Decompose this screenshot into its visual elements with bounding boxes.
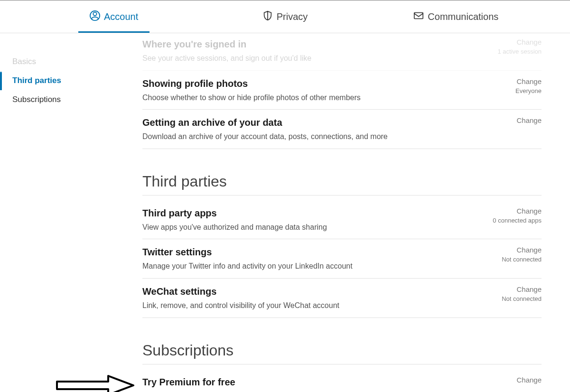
tab-privacy[interactable]: Privacy [199, 0, 370, 33]
setting-try-premium[interactable]: Try Premium for free Unlock the power of… [142, 369, 542, 392]
account-icon [90, 10, 100, 23]
setting-desc: View apps you've authorized and manage d… [142, 222, 475, 233]
change-link[interactable]: Change [485, 246, 542, 254]
setting-meta: Change Everyone [485, 77, 542, 94]
shield-icon [262, 10, 273, 23]
sidebar: Basics Third parties Subscriptions [0, 33, 131, 392]
sidebar-item-label: Subscriptions [12, 95, 61, 104]
mail-icon [413, 10, 424, 23]
spacer [0, 0, 28, 33]
change-link[interactable]: Change [485, 376, 542, 384]
tab-communications-label: Communications [428, 11, 498, 22]
sidebar-item-label: Basics [12, 57, 36, 66]
tab-privacy-label: Privacy [277, 11, 308, 22]
setting-text: Twitter settings Manage your Twitter inf… [142, 246, 485, 271]
setting-desc: Choose whether to show or hide profile p… [142, 93, 475, 103]
top-nav: Account Privacy Communications [0, 0, 570, 33]
setting-title: Where you're signed in [142, 38, 475, 50]
sidebar-item-subscriptions[interactable]: Subscriptions [0, 90, 131, 109]
change-link[interactable]: Change [485, 77, 542, 85]
section-heading-third-parties: Third parties [142, 173, 542, 196]
spacer [542, 0, 570, 33]
setting-text: Third party apps View apps you've author… [142, 207, 485, 233]
tab-account-label: Account [104, 11, 138, 22]
setting-title: Third party apps [142, 207, 475, 219]
setting-meta: Change Not connected [485, 285, 542, 302]
tab-account[interactable]: Account [28, 0, 199, 33]
setting-status: Not connected [485, 256, 542, 263]
setting-wechat[interactable]: WeChat settings Link, remove, and contro… [142, 279, 542, 318]
setting-text: Where you're signed in See your active s… [142, 38, 485, 64]
section-heading-subscriptions: Subscriptions [142, 342, 542, 364]
sidebar-item-basics[interactable]: Basics [0, 52, 131, 71]
svg-rect-2 [414, 12, 423, 19]
setting-third-party-apps[interactable]: Third party apps View apps you've author… [142, 200, 542, 240]
setting-meta: Change 0 connected apps [485, 207, 542, 224]
change-link[interactable]: Change [485, 38, 542, 46]
setting-title: Try Premium for free [142, 376, 475, 388]
setting-status: 1 active session [485, 48, 542, 55]
setting-meta: Change [485, 376, 542, 384]
setting-desc: Manage your Twitter info and activity on… [142, 261, 475, 271]
setting-archive-data[interactable]: Getting an archive of your data Download… [142, 110, 542, 149]
setting-title: Twitter settings [142, 246, 475, 258]
tab-communications[interactable]: Communications [371, 0, 542, 33]
setting-desc: Link, remove, and control visibility of … [142, 300, 475, 311]
setting-desc: See your active sessions, and sign out i… [142, 53, 475, 64]
change-link[interactable]: Change [485, 116, 542, 124]
sidebar-item-third-parties[interactable]: Third parties [0, 71, 131, 90]
setting-title: Getting an archive of your data [142, 116, 475, 129]
setting-desc: Download an archive of your account data… [142, 131, 475, 142]
body: Basics Third parties Subscriptions Where… [0, 33, 570, 392]
setting-status: Everyone [485, 87, 542, 94]
svg-point-0 [93, 12, 96, 15]
setting-meta: Change [485, 116, 542, 124]
setting-twitter[interactable]: Twitter settings Manage your Twitter inf… [142, 239, 542, 279]
setting-title: Showing profile photos [142, 77, 475, 90]
setting-text: Getting an archive of your data Download… [142, 116, 485, 142]
setting-where-signed-in[interactable]: Where you're signed in See your active s… [142, 33, 542, 71]
setting-text: Showing profile photos Choose whether to… [142, 77, 485, 103]
setting-profile-photos[interactable]: Showing profile photos Choose whether to… [142, 71, 542, 110]
setting-text: Try Premium for free Unlock the power of… [142, 376, 485, 392]
setting-title: WeChat settings [142, 285, 475, 298]
setting-text: WeChat settings Link, remove, and contro… [142, 285, 485, 311]
setting-meta: Change Not connected [485, 246, 542, 263]
sidebar-item-label: Third parties [12, 76, 61, 85]
setting-meta: Change 1 active session [485, 38, 542, 55]
setting-status: 0 connected apps [485, 217, 542, 224]
setting-status: Not connected [485, 295, 542, 302]
change-link[interactable]: Change [485, 285, 542, 293]
main-content: Where you're signed in See your active s… [131, 33, 570, 392]
change-link[interactable]: Change [485, 207, 542, 215]
